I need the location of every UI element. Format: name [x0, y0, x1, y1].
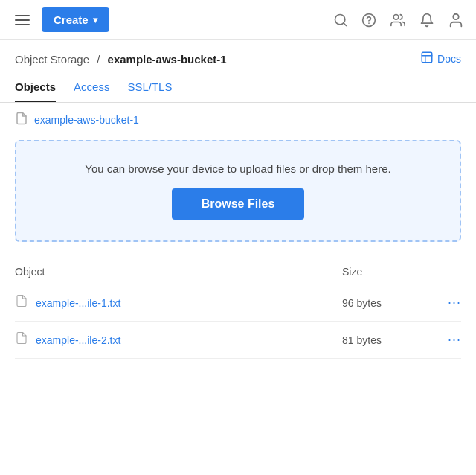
tabs-bar: Objects Access SSL/TLS	[0, 74, 476, 103]
docs-link[interactable]: Docs	[420, 51, 461, 67]
bucket-path: example-aws-bucket-1	[0, 103, 476, 134]
file-icon-1	[15, 293, 28, 312]
breadcrumb-parent[interactable]: Object Storage	[15, 53, 89, 66]
row-actions-1: ···	[431, 295, 461, 310]
svg-point-5	[453, 13, 458, 19]
chevron-down-icon: ▾	[93, 15, 97, 25]
header-left: Create ▾	[12, 7, 109, 32]
svg-point-4	[393, 14, 399, 19]
file-size-2: 81 bytes	[342, 334, 431, 346]
header: Create ▾	[0, 0, 476, 40]
header-right	[333, 12, 464, 28]
docs-label: Docs	[437, 53, 461, 65]
table-row: example-...ile-2.txt 81 bytes ···	[15, 322, 461, 359]
create-button[interactable]: Create ▾	[42, 7, 109, 32]
object-table: Object Size example-...ile-1.txt 96 byte…	[0, 248, 476, 359]
tab-objects[interactable]: Objects	[15, 74, 56, 102]
row-actions-2: ···	[431, 332, 461, 348]
bucket-path-name[interactable]: example-aws-bucket-1	[34, 114, 139, 126]
browse-files-button[interactable]: Browse Files	[172, 188, 305, 220]
team-icon[interactable]	[390, 13, 406, 28]
svg-rect-6	[422, 52, 432, 63]
tab-ssl-tls[interactable]: SSL/TLS	[127, 74, 172, 102]
breadcrumb-current: example-aws-bucket-1	[108, 53, 227, 66]
more-options-button-1[interactable]: ···	[448, 295, 461, 310]
col-object-header: Object	[15, 266, 342, 278]
search-icon[interactable]	[333, 13, 348, 28]
file-name-2[interactable]: example-...ile-2.txt	[36, 334, 120, 346]
help-icon[interactable]	[361, 13, 376, 28]
col-size-header: Size	[342, 266, 431, 278]
breadcrumb-separator: /	[97, 53, 100, 66]
file-cell-2: example-...ile-2.txt	[15, 331, 342, 349]
create-label: Create	[54, 13, 89, 26]
breadcrumb-bar: Object Storage / example-aws-bucket-1 Do…	[0, 40, 476, 74]
file-size-1: 96 bytes	[342, 297, 431, 309]
user-avatar-icon[interactable]	[448, 12, 464, 28]
table-row: example-...ile-1.txt 96 bytes ···	[15, 284, 461, 322]
svg-line-1	[344, 22, 347, 25]
bucket-path-icon	[15, 112, 28, 128]
bell-icon[interactable]	[419, 13, 434, 28]
drop-zone[interactable]: You can browse your device to upload fil…	[15, 140, 461, 242]
more-options-button-2[interactable]: ···	[448, 332, 461, 348]
table-header: Object Size	[15, 260, 461, 284]
file-name-1[interactable]: example-...ile-1.txt	[36, 297, 120, 309]
drop-zone-text: You can browse your device to upload fil…	[85, 162, 390, 175]
file-cell-1: example-...ile-1.txt	[15, 293, 342, 312]
breadcrumb: Object Storage / example-aws-bucket-1	[15, 53, 227, 66]
docs-icon	[420, 51, 434, 67]
hamburger-menu[interactable]	[12, 12, 33, 28]
file-icon-2	[15, 331, 28, 349]
tab-access[interactable]: Access	[74, 74, 109, 102]
